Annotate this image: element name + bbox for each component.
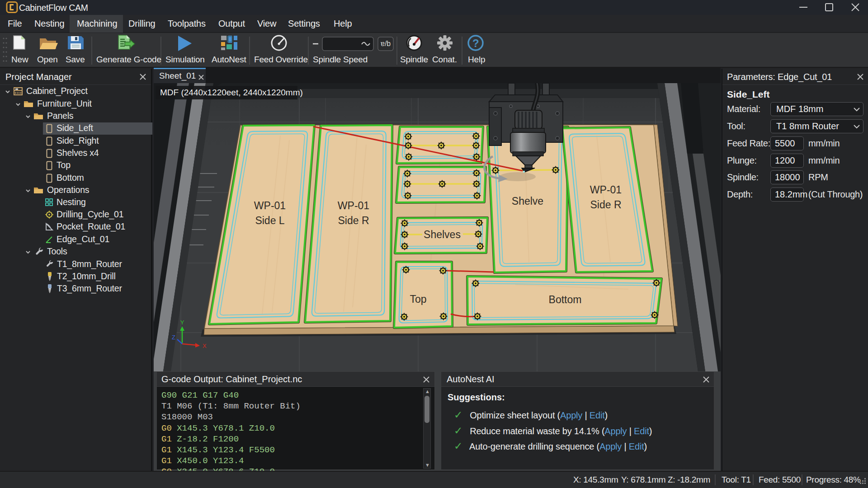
svg-text:?: ? [472,37,479,49]
svg-text:Shelves: Shelves [424,229,461,240]
svg-text:Bottom: Bottom [549,294,582,305]
svg-text:Side L: Side L [255,215,284,226]
svg-text:ɐ/b: ɐ/b [381,40,391,47]
svg-text:Sheet_01: Sheet_01 [159,71,196,81]
svg-text:Top: Top [410,293,426,305]
svg-text:X: X [203,343,207,349]
svg-text:Side R: Side R [590,199,621,211]
svg-text:WP-01: WP-01 [338,200,369,211]
svg-text:Shelve: Shelve [512,195,543,207]
svg-text:MDF (2440x1220eet, 2440x1220mm: MDF (2440x1220eet, 2440x1220mm) [160,88,303,97]
svg-text:WP-01: WP-01 [590,184,622,196]
svg-text:WP-01: WP-01 [254,200,286,211]
svg-text:Side R: Side R [338,215,369,226]
svg-text:Y: Y [180,319,184,326]
svg-text:Z: Z [172,334,175,341]
